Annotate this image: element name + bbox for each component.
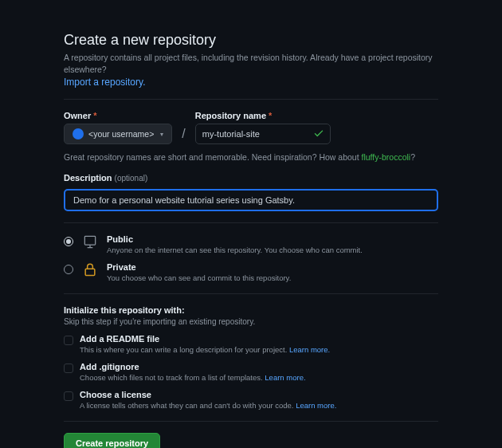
readme-title: Add a README file	[80, 334, 330, 344]
gitignore-learn-link[interactable]: Learn more.	[265, 373, 305, 382]
divider	[64, 99, 438, 100]
readme-desc: This is where you can write a long descr…	[80, 345, 330, 354]
divider	[64, 421, 438, 422]
visibility-public-radio[interactable]	[64, 237, 73, 246]
owner-label: Owner *	[64, 111, 172, 120]
repo-name-input[interactable]	[195, 124, 331, 144]
license-learn-link[interactable]: Learn more.	[296, 401, 336, 410]
page-subtitle: A repository contains all project files,…	[64, 52, 438, 75]
license-title: Choose a license	[80, 390, 336, 399]
owner-value: <your username>	[88, 129, 154, 139]
divider	[64, 293, 438, 294]
import-repo-link[interactable]: Import a repository.	[64, 77, 145, 88]
svg-rect-1	[85, 269, 95, 276]
page-title: Create a new repository	[64, 32, 438, 49]
name-hint: Great repository names are short and mem…	[64, 152, 438, 162]
private-title: Private	[107, 262, 291, 272]
public-desc: Anyone on the internet can see this repo…	[107, 246, 363, 254]
gitignore-title: Add .gitignore	[80, 362, 306, 371]
description-input[interactable]	[64, 189, 438, 211]
check-icon	[313, 128, 324, 140]
readme-checkbox[interactable]	[64, 336, 73, 345]
lock-icon	[81, 261, 99, 278]
init-sub: Skip this step if you're importing an ex…	[64, 317, 438, 326]
gitignore-checkbox[interactable]	[64, 364, 73, 373]
repo-icon	[81, 233, 99, 250]
license-checkbox[interactable]	[64, 391, 73, 401]
repo-name-label: Repository name *	[195, 111, 331, 120]
caret-down-icon: ▾	[160, 131, 163, 138]
readme-learn-link[interactable]: Learn more.	[289, 345, 330, 354]
path-slash: /	[180, 127, 186, 144]
avatar-icon	[73, 128, 84, 140]
license-desc: A license tells others what they can and…	[80, 401, 336, 410]
divider	[64, 222, 438, 223]
create-repository-button[interactable]: Create repository	[64, 433, 160, 448]
public-title: Public	[107, 234, 363, 244]
description-label: Description (optional)	[64, 173, 438, 183]
gitignore-desc: Choose which files not to track from a l…	[80, 373, 306, 382]
init-heading: Initialize this repository with:	[64, 305, 438, 315]
name-suggestion-link[interactable]: fluffy-broccoli	[362, 152, 411, 162]
visibility-private-radio[interactable]	[64, 265, 73, 274]
svg-rect-0	[84, 237, 95, 246]
owner-dropdown[interactable]: <your username> ▾	[64, 124, 172, 144]
private-desc: You choose who can see and commit to thi…	[107, 273, 291, 282]
